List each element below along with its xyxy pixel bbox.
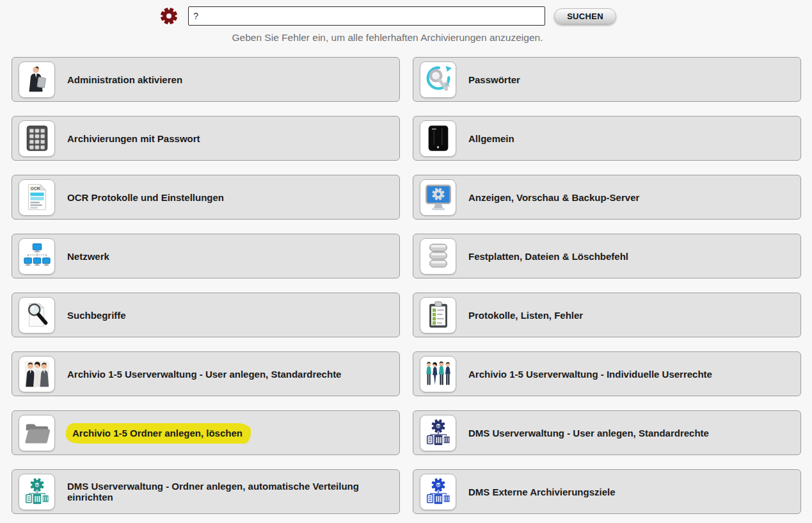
tile-label: DMS Externe Archivierungsziele <box>468 487 616 497</box>
team-flat-icon <box>420 356 456 392</box>
svg-text:OCR: OCR <box>30 186 40 191</box>
tile-label: Festplatten, Dateien & Löschbefehl <box>468 251 628 262</box>
network-icon <box>19 238 55 275</box>
tile-label: Netzwerk <box>67 251 109 262</box>
tile-label: Passwörter <box>468 74 520 85</box>
tile-grid: Administration aktivieren Passwörter Arc… <box>12 57 801 514</box>
tile-label: Archivierungen mit Passwort <box>67 133 200 144</box>
menu-tile[interactable]: Protokolle, Listen, Fehler <box>413 293 801 337</box>
tile-label: Archivio 1-5 Userverwaltung - User anleg… <box>67 369 341 380</box>
ocr-document-icon: OCR <box>19 179 55 216</box>
menu-tile[interactable]: Netzwerk <box>12 234 400 278</box>
menu-tile[interactable]: OCR OCR Protokolle und Einstellungen <box>12 175 400 220</box>
search-button[interactable]: SUCHEN <box>554 8 616 24</box>
tile-label: DMS Userverwaltung - User anlegen, Stand… <box>468 428 709 439</box>
admin-person-icon <box>19 61 55 98</box>
dms-gear-blue-icon: DMS <box>420 474 456 510</box>
team-photo-icon <box>19 356 55 392</box>
server-tower-icon <box>420 120 456 157</box>
menu-tile[interactable]: Archivio 1-5 Userverwaltung - User anleg… <box>12 351 400 396</box>
svg-text:DMS: DMS <box>434 483 442 487</box>
password-key-icon <box>420 61 456 98</box>
tile-label: Archivio 1-5 Userverwaltung - Individuel… <box>468 369 712 380</box>
clipboard-checklist-icon <box>420 297 456 334</box>
tile-label: Archivio 1-5 Ordner anlegen, löschen <box>67 423 249 443</box>
tile-label: Allgemein <box>468 133 514 144</box>
svg-text:DMS: DMS <box>434 424 442 428</box>
search-hint-text: Geben Sie Fehler ein, um alle fehlerhaft… <box>0 32 775 44</box>
menu-tile[interactable]: Archivio 1-5 Ordner anlegen, löschen <box>12 410 400 455</box>
menu-tile[interactable]: Allgemein <box>413 116 801 161</box>
keypad-icon <box>19 120 55 157</box>
menu-tile[interactable]: DMS DMS Externe Archivierungsziele <box>413 469 801 514</box>
menu-tile[interactable]: Anzeigen, Vorschau & Backup-Server <box>413 175 801 220</box>
disk-stack-icon <box>420 238 456 275</box>
folder-icon <box>19 415 55 451</box>
search-input[interactable] <box>188 6 545 26</box>
menu-tile[interactable]: DMS DMS Userverwaltung - Ordner anlegen,… <box>12 469 400 514</box>
tile-label: OCR Protokolle und Einstellungen <box>67 192 224 203</box>
tile-label: DMS Userverwaltung - Ordner anlegen, aut… <box>67 481 399 503</box>
tile-label: Anzeigen, Vorschau & Backup-Server <box>468 192 639 203</box>
menu-tile[interactable]: DMS DMS Userverwaltung - User anlegen, S… <box>413 410 801 455</box>
dms-gear-teal-icon: DMS <box>19 474 55 510</box>
svg-text:DMS: DMS <box>33 483 41 487</box>
tile-label: Administration aktivieren <box>67 74 182 85</box>
monitor-gear-icon <box>420 179 456 216</box>
menu-tile[interactable]: Festplatten, Dateien & Löschbefehl <box>413 234 801 278</box>
menu-tile[interactable]: Archivierungen mit Passwort <box>12 116 400 161</box>
menu-tile[interactable]: Passwörter <box>413 57 801 102</box>
settings-gear-icon <box>159 6 179 26</box>
tile-label: Suchbegriffe <box>67 310 126 321</box>
menu-tile[interactable]: Administration aktivieren <box>12 57 400 102</box>
menu-tile[interactable]: Suchbegriffe <box>12 293 400 337</box>
dms-gear-navy-icon: DMS <box>420 415 456 451</box>
search-bar: SUCHEN <box>0 0 775 26</box>
search-document-icon <box>19 297 55 334</box>
tile-label: Protokolle, Listen, Fehler <box>468 310 583 321</box>
menu-tile[interactable]: Archivio 1-5 Userverwaltung - Individuel… <box>413 351 801 396</box>
